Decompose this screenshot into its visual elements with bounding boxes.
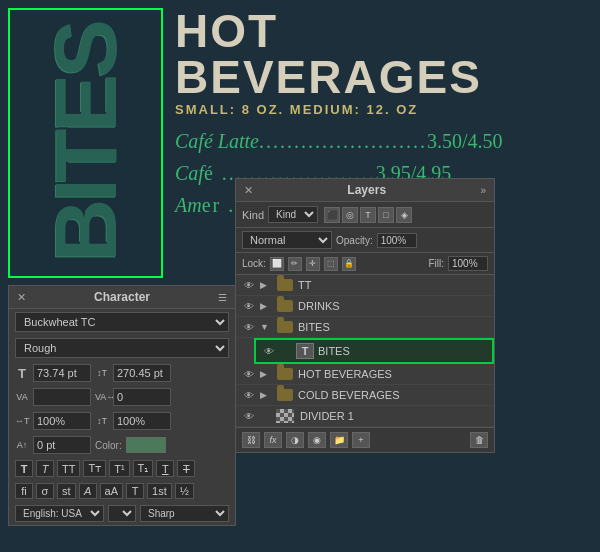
blend-mode-select[interactable]: Normal [242,231,332,249]
layer-bites-group[interactable]: 👁 ▼ BITES [236,317,494,338]
fi-ligature-button[interactable]: fi [15,483,33,499]
subscript-button[interactable]: T₁ [133,460,154,477]
adjustment-filter-icon[interactable]: ◎ [342,207,358,223]
layer-tt-expand[interactable]: ▶ [260,280,272,290]
superscript-1st-button[interactable]: 1st [147,483,172,499]
color-swatch[interactable] [126,437,166,453]
layer-bites-text[interactable]: 👁 T BITES [254,338,494,364]
layer-cold-bev-visibility[interactable]: 👁 [242,388,256,402]
anti-alias-method-dropdown[interactable]: Sharp [140,505,229,522]
layer-drinks-expand[interactable]: ▶ [260,301,272,311]
layer-hot-bev-visibility[interactable]: 👁 [242,367,256,381]
layer-bites-text-expand[interactable] [280,346,292,356]
layer-hot-bev-expand[interactable]: ▶ [260,369,272,379]
tracking-icon: VA↔ [95,392,109,402]
hot-beverages-title: HOT BEVERAGES [175,8,592,100]
kerning-input[interactable] [33,388,91,406]
layer-drinks-visibility[interactable]: 👁 [242,299,256,313]
layers-panel-expand[interactable]: » [480,185,486,196]
lock-label: Lock: [242,258,266,269]
strikethrough-button[interactable]: T [177,460,195,477]
layers-footer: ⛓ fx ◑ ◉ 📁 + 🗑 [236,427,494,452]
layer-bites-text-visibility[interactable]: 👁 [262,344,276,358]
layer-cold-bev-expand[interactable]: ▶ [260,390,272,400]
stylistic-a-button[interactable]: A [79,483,97,499]
add-mask-button[interactable]: ◑ [286,432,304,448]
baseline-icon: A↑ [15,440,29,450]
sigma-button[interactable]: σ [36,483,54,499]
style-buttons-row2: fi σ st A aA T 1st ½ [9,480,235,502]
horiz-scale-input[interactable] [33,412,91,430]
new-layer-button[interactable]: + [352,432,370,448]
kind-label: Kind [242,209,264,221]
vert-scale-input[interactable] [113,412,171,430]
opacity-input[interactable] [377,233,417,248]
style-buttons-row: T T TT Tᴛ T¹ T₁ T T [9,457,235,480]
st-ligature-button[interactable]: st [57,483,76,499]
layers-panel-header: ✕ Layers » [236,179,494,202]
link-layers-button[interactable]: ⛓ [242,432,260,448]
layers-panel-close[interactable]: ✕ [244,184,253,197]
fraction-button[interactable]: ½ [175,483,194,499]
layer-drinks[interactable]: 👁 ▶ DRINKS [236,296,494,317]
baseline-input[interactable] [33,436,91,454]
allcaps-button[interactable]: TT [57,460,80,477]
layer-divider-expand[interactable] [260,411,272,421]
delete-layer-button[interactable]: 🗑 [470,432,488,448]
layer-cold-beverages[interactable]: 👁 ▶ COLD BEVERAGES [236,385,494,406]
layer-bites-group-visibility[interactable]: 👁 [242,320,256,334]
ordinal-t-button[interactable]: T [126,483,144,499]
font-size-row: T ↕T [9,361,235,385]
menu-item-1: Café Latte........................3.50/4… [175,125,592,157]
character-panel-close[interactable]: ✕ [17,291,26,304]
filter-icons: ⬛ ◎ T □ ◈ [324,207,412,223]
font-family-dropdown[interactable]: Buckwheat TC [15,312,229,332]
layer-divider-visibility[interactable]: 👁 [242,409,256,423]
lock-transparent-icon[interactable]: ⬜ [270,257,284,271]
smallcaps-button[interactable]: Tᴛ [83,460,106,477]
lock-all-icon[interactable]: 🔒 [342,257,356,271]
new-group-button[interactable]: 📁 [330,432,348,448]
ordinal-aa-button[interactable]: aA [100,483,123,499]
layer-hot-beverages[interactable]: 👁 ▶ HOT BEVERAGES [236,364,494,385]
fx-button[interactable]: fx [264,432,282,448]
pixel-filter-icon[interactable]: ⬛ [324,207,340,223]
layer-cold-bev-name: COLD BEVERAGES [298,389,488,401]
font-style-row: Rough [9,335,235,361]
language-row: English: USA aa Sharp [9,502,235,525]
layer-tt[interactable]: 👁 ▶ TT [236,275,494,296]
layer-divider-name: DIVIDER 1 [300,410,488,422]
anti-alias-dropdown[interactable]: aa [108,505,136,522]
layer-divider1[interactable]: 👁 DIVIDER 1 [236,406,494,427]
font-style-dropdown[interactable]: Rough [15,338,229,358]
lock-image-icon[interactable]: ✏ [288,257,302,271]
fill-input[interactable] [448,256,488,271]
layer-drinks-name: DRINKS [298,300,488,312]
tracking-input[interactable] [113,388,171,406]
character-panel-menu-icon[interactable]: ☰ [218,292,227,303]
leading-input[interactable] [113,364,171,382]
language-dropdown[interactable]: English: USA [15,505,104,522]
underline-button[interactable]: T [156,460,174,477]
lock-artboard-icon[interactable]: ⬚ [324,257,338,271]
layer-tt-visibility[interactable]: 👁 [242,278,256,292]
adjustment-layer-button[interactable]: ◉ [308,432,326,448]
italic-button[interactable]: T [36,460,54,477]
kind-select[interactable]: Kind [268,206,318,223]
character-panel: ✕ Character ☰ Buckwheat TC Rough T ↕T VA… [8,285,236,526]
character-panel-header: ✕ Character ☰ [9,286,235,309]
smartobject-filter-icon[interactable]: ◈ [396,207,412,223]
bold-button[interactable]: T [15,460,33,477]
superscript-button[interactable]: T¹ [109,460,129,477]
shape-filter-icon[interactable]: □ [378,207,394,223]
type-filter-icon[interactable]: T [360,207,376,223]
layer-cold-bev-folder-icon [276,388,294,402]
font-size-input[interactable] [33,364,91,382]
lock-move-icon[interactable]: ✛ [306,257,320,271]
layer-bites-group-expand[interactable]: ▼ [260,322,272,332]
layer-divider-checker-icon [276,409,294,423]
opacity-label: Opacity: [336,235,373,246]
layer-drinks-folder-icon [276,299,294,313]
baseline-row: A↑ Color: [9,433,235,457]
color-label: Color: [95,440,122,451]
